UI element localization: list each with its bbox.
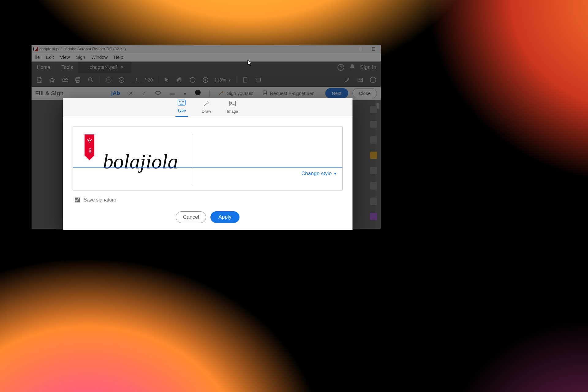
save-signature-checkbox[interactable] [75, 198, 80, 202]
line-tool-icon[interactable] [170, 90, 175, 96]
side-tool-2[interactable] [370, 121, 377, 128]
window-titlebar: chapter4.pdf - Adobe Acrobat Reader DC (… [32, 45, 381, 53]
pen-icon [218, 89, 224, 97]
print-icon[interactable] [74, 76, 82, 84]
next-button[interactable]: Next [325, 88, 348, 98]
tab-tools[interactable]: Tools [56, 62, 79, 73]
side-tool-8[interactable] [370, 213, 377, 220]
svg-rect-10 [256, 78, 261, 81]
page-separator: / [145, 77, 146, 82]
fill-sign-title: Fill & Sign [35, 90, 64, 97]
tab-document-close-icon[interactable]: × [121, 65, 123, 70]
chevron-down-icon: ▼ [228, 78, 231, 82]
signature-tab-draw-label: Draw [202, 109, 211, 114]
svg-rect-9 [244, 77, 247, 82]
page-number-input[interactable] [130, 77, 143, 83]
menu-view[interactable]: View [57, 54, 73, 61]
request-esignatures-button[interactable]: Request E-signatures [262, 90, 314, 97]
svg-point-13 [156, 91, 160, 94]
text-tool-icon[interactable]: |Ab [111, 90, 120, 96]
menu-file[interactable]: ile [32, 54, 43, 61]
cloud-upload-icon[interactable] [61, 76, 69, 84]
signature-tab-draw[interactable]: Draw [200, 99, 213, 117]
window-maximize[interactable] [367, 45, 381, 53]
document-tabstrip: Home Tools chapter4.pdf × ? Sign In [32, 62, 381, 73]
hand-tool-icon[interactable] [176, 76, 184, 84]
highlighter-icon[interactable] [343, 76, 351, 84]
tab-home[interactable]: Home [32, 62, 56, 73]
sign-yourself-label: Sign yourself [227, 91, 254, 96]
sign-yourself-button[interactable]: Sign yourself [218, 89, 254, 97]
zoom-out-icon[interactable] [189, 76, 197, 84]
text-cursor [192, 134, 192, 184]
svg-rect-0 [372, 47, 375, 50]
find-icon[interactable] [87, 76, 95, 84]
image-icon [229, 100, 236, 108]
cancel-button[interactable]: Cancel [176, 211, 206, 223]
menu-help[interactable]: Help [111, 54, 126, 61]
signature-baseline [73, 167, 342, 168]
x-mark-tool-icon[interactable]: ✕ [129, 90, 133, 97]
checkmark-tool-icon[interactable]: ✓ [142, 90, 146, 97]
zoom-value: 118% [214, 77, 226, 82]
signature-tab-image[interactable]: Image [225, 99, 240, 117]
page-indicator: / 20 [130, 77, 153, 83]
right-side-panel [367, 103, 381, 220]
bell-icon[interactable] [349, 64, 355, 71]
menu-window[interactable]: Window [88, 54, 111, 61]
side-tool-4[interactable] [370, 152, 377, 159]
document-sign-icon [262, 90, 268, 97]
request-esignatures-label: Request E-signatures [270, 91, 314, 96]
fit-width-icon[interactable] [241, 76, 249, 84]
signature-tab-image-label: Image [227, 109, 238, 114]
signature-tab-type[interactable]: Type [175, 98, 188, 117]
share-mail-icon[interactable] [356, 76, 364, 84]
svg-point-15 [184, 93, 186, 95]
circle-tool-icon[interactable] [155, 90, 161, 96]
svg-point-4 [89, 77, 92, 81]
menu-edit[interactable]: Edit [43, 54, 57, 61]
dot-tool-icon[interactable] [184, 90, 186, 96]
acrobat-app-icon [33, 47, 38, 51]
menu-sign[interactable]: Sign [73, 54, 88, 61]
avatar-icon[interactable] [369, 76, 377, 84]
svg-point-6 [119, 77, 124, 82]
page-total: 20 [148, 77, 153, 82]
save-signature-label: Save signature [84, 197, 116, 203]
window-title: chapter4.pdf - Adobe Acrobat Reader DC (… [40, 47, 126, 51]
save-icon[interactable] [35, 76, 43, 84]
page-up-icon[interactable] [105, 76, 113, 84]
change-style-link[interactable]: Change style ▼ [301, 171, 337, 177]
star-icon[interactable] [48, 76, 56, 84]
close-button[interactable]: Close [352, 88, 377, 98]
window-minimize[interactable] [352, 45, 367, 53]
keyboard-icon [178, 100, 186, 107]
selection-tool-icon[interactable] [163, 76, 171, 84]
chevron-down-icon: ▼ [334, 172, 337, 175]
svg-rect-3 [76, 80, 79, 82]
side-tool-3[interactable] [370, 136, 377, 144]
main-toolbar: / 20 118%▼ [32, 73, 381, 87]
signature-typed-text: bolajiola [103, 134, 336, 174]
change-style-label: Change style [301, 171, 332, 177]
side-tool-1[interactable] [370, 106, 377, 113]
svg-point-5 [106, 77, 111, 82]
tab-document[interactable]: chapter4.pdf × [79, 62, 131, 73]
zoom-select[interactable]: 118%▼ [214, 77, 231, 82]
page-down-icon[interactable] [118, 76, 126, 84]
svg-point-12 [370, 77, 376, 82]
signature-dialog: Type Draw Image Sign bolajiola [63, 98, 352, 230]
read-mode-icon[interactable] [254, 76, 262, 84]
zoom-in-icon[interactable] [202, 76, 209, 84]
sign-in-link[interactable]: Sign In [360, 64, 376, 70]
side-tool-7[interactable] [370, 198, 377, 205]
side-tool-5[interactable] [370, 167, 377, 174]
help-icon[interactable]: ? [337, 64, 344, 71]
svg-text:Sign: Sign [89, 148, 92, 153]
signature-tab-type-label: Type [177, 108, 186, 113]
color-picker-icon[interactable] [195, 89, 201, 97]
side-tool-6[interactable] [370, 182, 377, 190]
apply-button[interactable]: Apply [210, 211, 239, 223]
signature-input-area[interactable]: Sign bolajiola Change style ▼ [73, 126, 343, 190]
menubar: ile Edit View Sign Window Help [32, 53, 381, 62]
